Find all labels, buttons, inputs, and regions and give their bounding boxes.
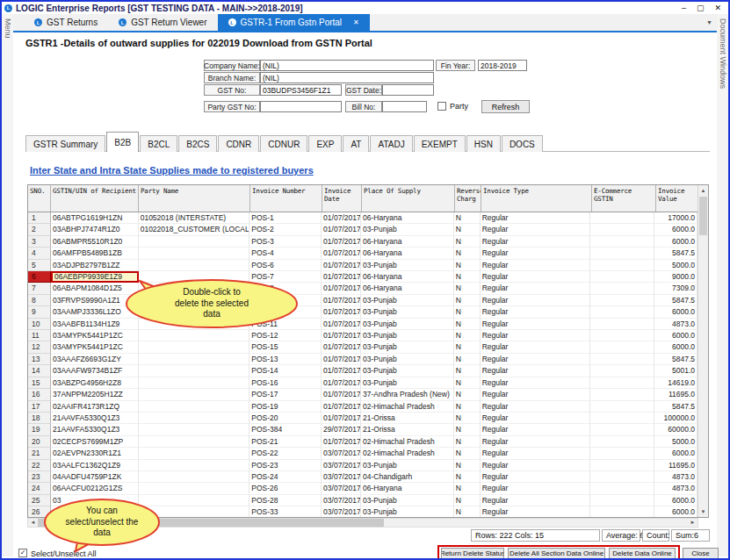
grid-cell[interactable]: POS-20 bbox=[249, 413, 322, 424]
grid-cell[interactable]: Regular bbox=[481, 495, 591, 506]
branch-name-field[interactable] bbox=[260, 72, 434, 83]
grid-cell[interactable]: 01/07/2017 bbox=[322, 295, 361, 306]
grid-cell[interactable]: 4 bbox=[28, 248, 51, 259]
grid-cell[interactable]: 01/07/2017 bbox=[322, 341, 361, 353]
grid-cell[interactable]: N bbox=[454, 212, 481, 224]
grid-cell[interactable]: 5847.5 bbox=[654, 248, 697, 259]
gst-date-field[interactable] bbox=[382, 84, 434, 96]
table-row[interactable]: 1702AAIFR4173R1ZQPOS-1901/07/201702-Hima… bbox=[28, 401, 697, 413]
grid-cell[interactable]: N bbox=[454, 436, 481, 448]
grid-cell[interactable]: 03ABZPG4956H2Z8 bbox=[51, 377, 139, 389]
refresh-button[interactable]: Refresh bbox=[481, 100, 530, 113]
grid-cell[interactable]: 04AADFU4759P1ZK bbox=[51, 471, 139, 483]
scroll-down-icon[interactable]: ▼ bbox=[698, 506, 708, 517]
grid-cell[interactable]: 6000.0 bbox=[654, 306, 697, 318]
grid-cell[interactable]: 01/07/2017 bbox=[322, 389, 361, 400]
grid-cell[interactable]: POS-6 bbox=[249, 260, 322, 271]
party-gst-no-field[interactable] bbox=[260, 101, 342, 112]
chevron-down-icon[interactable]: ▼ bbox=[706, 19, 717, 25]
grid-cell[interactable]: N bbox=[454, 271, 481, 283]
grid-cell[interactable]: 5000.0 bbox=[654, 436, 697, 448]
grid-cell[interactable]: Regular bbox=[481, 377, 591, 389]
grid-cell[interactable]: 06-Haryana bbox=[361, 483, 454, 494]
grid-cell[interactable]: 21-Orissa bbox=[361, 413, 454, 424]
grid-cell[interactable]: 6000.0 bbox=[654, 495, 697, 506]
grid-cell[interactable] bbox=[139, 248, 250, 259]
grid-cell[interactable]: POS-3 bbox=[249, 236, 322, 248]
grid-cell[interactable] bbox=[139, 401, 250, 413]
grid-cell[interactable]: 01/07/2017 bbox=[322, 365, 361, 377]
table-row[interactable]: 2102AEVPN2330R1Z1POS-2203/07/201702-Hima… bbox=[28, 448, 697, 459]
grid-cell[interactable]: 01/07/2017 bbox=[322, 248, 361, 259]
grid-cell[interactable]: N bbox=[454, 283, 481, 294]
grid-cell[interactable]: 03-Punjab bbox=[361, 506, 454, 517]
grid-cell[interactable]: Regular bbox=[481, 271, 591, 283]
grid-cell[interactable] bbox=[139, 330, 250, 341]
tab-cdnr[interactable]: CDNR bbox=[218, 135, 259, 152]
grid-cell[interactable]: N bbox=[454, 260, 481, 271]
grid-cell[interactable]: 03-Punjab bbox=[361, 377, 454, 389]
table-row[interactable]: 306ABMPR5510R1Z0POS-301/07/201706-Haryan… bbox=[28, 236, 697, 248]
grid-cell[interactable] bbox=[139, 424, 250, 435]
grid-cell[interactable]: Regular bbox=[481, 341, 591, 353]
grid-cell[interactable]: 14619.0 bbox=[654, 377, 697, 389]
grid-cell[interactable]: 14 bbox=[28, 365, 51, 377]
grid-cell[interactable]: 11695.0 bbox=[654, 460, 697, 471]
grid-header-cell[interactable]: E-Commerce GSTIN bbox=[592, 185, 656, 212]
grid-cell[interactable]: POS-17 bbox=[249, 389, 322, 400]
grid-cell[interactable]: 01/07/2017 bbox=[322, 319, 361, 330]
grid-cell[interactable] bbox=[590, 365, 654, 377]
grid-cell[interactable]: 4873.0 bbox=[654, 483, 697, 494]
grid-cell[interactable]: 6 bbox=[28, 271, 51, 283]
grid-cell[interactable]: 03/07/2017 bbox=[322, 495, 361, 506]
grid-cell[interactable] bbox=[590, 354, 654, 365]
table-row[interactable]: 1637ANPPM2205H1ZZPOS-1701/07/201737-Andh… bbox=[28, 389, 697, 400]
company-name-field[interactable] bbox=[260, 60, 434, 71]
grid-cell[interactable]: Regular bbox=[481, 424, 591, 435]
grid-cell[interactable]: Regular bbox=[481, 448, 591, 459]
grid-cell[interactable]: 06-Haryana bbox=[361, 248, 454, 259]
grid-cell[interactable]: 22 bbox=[28, 460, 51, 471]
grid-cell[interactable]: N bbox=[454, 377, 481, 389]
party-checkbox[interactable] bbox=[437, 102, 446, 111]
grid-cell[interactable]: 03/07/2017 bbox=[322, 471, 361, 483]
grid-cell[interactable]: 6000.0 bbox=[654, 341, 697, 353]
table-row[interactable]: 406AMFPB5489B1ZBPOS-401/07/201706-Haryan… bbox=[28, 248, 697, 259]
grid-cell[interactable] bbox=[139, 236, 250, 248]
grid-cell[interactable]: POS-24 bbox=[249, 471, 322, 483]
grid-cell[interactable]: 8 bbox=[28, 295, 51, 306]
table-row[interactable]: 1303AAAFZ6693G1ZYPOS-1301/07/201703-Punj… bbox=[28, 354, 697, 365]
grid-cell[interactable]: Regular bbox=[481, 471, 591, 483]
grid-cell[interactable]: 06-Haryana bbox=[361, 212, 454, 224]
grid-cell[interactable]: 5001.0 bbox=[654, 365, 697, 377]
grid-cell[interactable] bbox=[590, 341, 654, 353]
grid-cell[interactable] bbox=[139, 260, 250, 271]
table-row[interactable]: 1821AAVFA5330Q1Z3POS-2001/07/201721-Oris… bbox=[28, 413, 697, 424]
grid-cell[interactable] bbox=[590, 413, 654, 424]
minimize-button[interactable]: – bbox=[682, 3, 686, 13]
table-row[interactable]: 203ABHPJ7474R1Z001022018_CUSTOMER (LOCAL… bbox=[28, 224, 697, 235]
grid-cell[interactable]: Regular bbox=[481, 236, 591, 248]
grid-cell[interactable]: 04-Chandigarh bbox=[361, 471, 454, 483]
table-row[interactable]: 2002CECPS7699M1ZPPOS-2101/07/201702-Hima… bbox=[28, 436, 697, 448]
grid-cell[interactable]: 4873.0 bbox=[654, 471, 697, 483]
delete-all-section-data-online-button[interactable]: Delete All Section Data Online bbox=[508, 548, 605, 559]
grid-cell[interactable] bbox=[590, 295, 654, 306]
grid-cell[interactable] bbox=[139, 413, 250, 424]
grid-cell[interactable]: POS-1 bbox=[249, 212, 322, 224]
grid-cell[interactable]: 9 bbox=[28, 306, 51, 318]
grid-cell[interactable]: 01/07/2017 bbox=[322, 306, 361, 318]
grid-cell[interactable]: 21-Orissa bbox=[361, 424, 454, 435]
grid-cell[interactable] bbox=[590, 424, 654, 435]
document-windows-side-strip[interactable]: Document Windows bbox=[717, 14, 728, 556]
grid-cell[interactable]: 02-Himachal Pradesh bbox=[361, 436, 454, 448]
grid-cell[interactable]: 18 bbox=[28, 413, 51, 424]
grid-cell[interactable]: POS-384 bbox=[249, 424, 322, 435]
tab-gstr1-from-gstn-portal[interactable]: L GSTR-1 From Gstn Portal ✕ bbox=[218, 14, 370, 31]
grid-cell[interactable]: 03-Punjab bbox=[361, 295, 454, 306]
grid-cell[interactable]: 03-Punjab bbox=[361, 341, 454, 353]
grid-cell[interactable]: 03-Punjab bbox=[361, 260, 454, 271]
grid-cell[interactable]: 03ABHPJ7474R1Z0 bbox=[51, 224, 139, 235]
fin-year-field[interactable] bbox=[478, 60, 527, 71]
grid-cell[interactable]: N bbox=[454, 495, 481, 506]
